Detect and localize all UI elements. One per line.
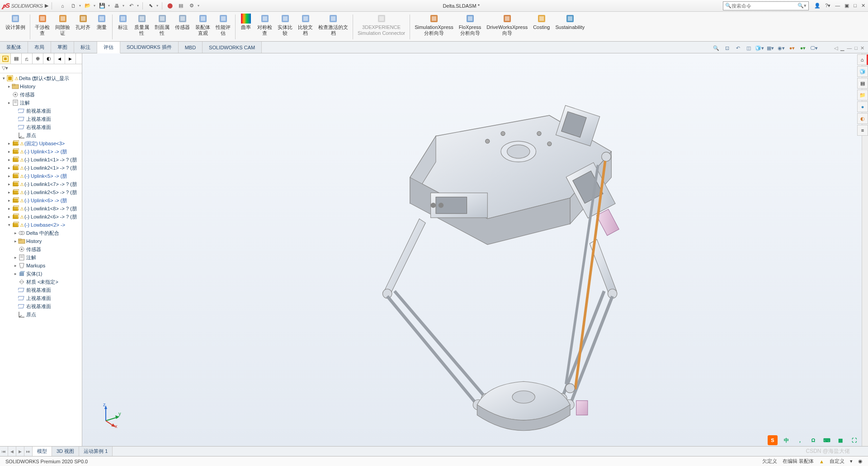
mdi-prev-icon[interactable]: ◁ (834, 45, 838, 51)
ime-lang-icon[interactable]: 中 (781, 435, 791, 445)
cmdtab-sketch[interactable]: 草图 (51, 42, 74, 53)
taskpane-home-icon[interactable]: ⌂ (857, 54, 868, 65)
taskpane-custom-icon[interactable]: ≡ (857, 125, 868, 136)
cmdtab-assembly[interactable]: 装配体 (0, 42, 28, 53)
tree-item[interactable]: ▸实体(1) (0, 270, 82, 278)
ribbon-design-study[interactable]: 设计算例 (3, 13, 28, 41)
ribbon-dwx[interactable]: DriveWorksXpress 向导 (484, 13, 530, 41)
ime-punct-icon[interactable]: ， (795, 435, 805, 445)
ribbon-measure[interactable]: 测量 (93, 13, 110, 41)
tree-item[interactable]: 右视基准面 (0, 123, 82, 131)
btab-prev-icon[interactable]: ◀ (8, 447, 16, 456)
prev-view-icon[interactable]: ↶ (733, 43, 742, 52)
ribbon-sustain[interactable]: Sustainability (552, 13, 587, 41)
print-icon[interactable]: 🖶 (113, 2, 121, 10)
tree-item[interactable]: ▸Markups (0, 262, 82, 270)
taskpane-view-icon[interactable]: ● (857, 101, 868, 112)
ribbon-sensor[interactable]: 传感器 (172, 13, 193, 41)
btab-motion[interactable]: 运动算例 1 (79, 447, 113, 456)
ribbon-interference[interactable]: 干涉检 查 (32, 13, 52, 41)
taskpane-appearance-icon[interactable]: ◐ (857, 113, 868, 124)
tree-item[interactable]: 传感器 (0, 245, 82, 253)
cmdtab-addins[interactable]: SOLIDWORKS 插件 (120, 42, 179, 53)
mdi-max-icon[interactable]: □ (854, 45, 858, 51)
zoom-area-icon[interactable]: ⊡ (722, 43, 731, 52)
ime-expand-icon[interactable]: ⛶ (849, 435, 859, 445)
search-input[interactable] (731, 3, 797, 9)
tree-item[interactable]: ▸⚠(-) Lowlink2<1> -> ? (朋 (0, 164, 82, 172)
tree-item[interactable]: ▸注解 (0, 99, 82, 107)
tree-item[interactable]: 右视基准面 (0, 302, 82, 310)
section-view-icon[interactable]: ◫ (744, 43, 753, 52)
tree-filter[interactable]: ▽▾ (0, 64, 82, 73)
tree-item[interactable]: ▸Delta 中的配合 (0, 229, 82, 237)
user-icon[interactable]: 👤 (814, 3, 821, 9)
ribbon-compare-docs[interactable]: 比较文 档 (295, 13, 316, 41)
btab-last-icon[interactable]: ⏭ (24, 447, 33, 456)
tree-item[interactable]: 原点 (0, 131, 82, 139)
graphics-viewport[interactable]: z y x (82, 53, 862, 446)
ribbon-perf-eval[interactable]: 性能评 估 (213, 13, 233, 41)
ribbon-assembly-vis[interactable]: 装配体 直观 (193, 13, 213, 41)
ribbon-mass-props[interactable]: 质量属 性 (132, 13, 152, 41)
tree-item[interactable]: ▸⚠(-) Lowlink2<5> -> ? (朋 (0, 188, 82, 196)
view-settings-icon[interactable]: 🖵▾ (809, 43, 818, 52)
dimxpert-tab[interactable]: ⊕ (33, 53, 43, 64)
mdi-restore-icon[interactable]: — (847, 45, 852, 51)
search-dropdown-icon[interactable]: 🔍▾ (797, 3, 807, 9)
help-icon[interactable]: ?▾ (825, 3, 830, 9)
cmdtab-cam[interactable]: SOLIDWORKS CAM (203, 42, 262, 53)
taskpane-resources-icon[interactable]: 🧊 (857, 66, 868, 77)
maximize-icon[interactable]: □ (854, 3, 857, 9)
ribbon-markup[interactable]: 标注 (114, 13, 132, 41)
tab-nav-left[interactable]: ◀ (54, 53, 65, 64)
taskpane-library-icon[interactable]: ▤ (857, 78, 868, 89)
hide-show-icon[interactable]: ◉▾ (777, 43, 786, 52)
tree-item[interactable]: ▸⚠(-) Lowlink1<7> -> ? (朋 (0, 180, 82, 188)
tree-item[interactable]: ▸⚠(-) Lowlink2<6> -> ? (朋 (0, 213, 82, 221)
cmdtab-annotate[interactable]: 标注 (74, 42, 97, 53)
status-custom[interactable]: 自定义 (830, 458, 844, 465)
close-icon[interactable]: ✕ (861, 3, 865, 9)
tree-item[interactable]: ▾⚠(-) Lowbase<2> -> (0, 221, 82, 229)
status-widget-icon[interactable]: ◉ (858, 458, 863, 464)
taskpane-explorer-icon[interactable]: 📁 (857, 90, 868, 100)
view-orient-icon[interactable]: 🧊▾ (755, 43, 764, 52)
ime-logo-icon[interactable]: S (768, 435, 778, 445)
tree-item[interactable]: ▸⚠(-) Uplink<1> -> (朋 (0, 147, 82, 156)
ribbon-section-props[interactable]: 剖面属 性 (152, 13, 172, 41)
apply-scene-icon[interactable]: ●▾ (798, 43, 807, 52)
search-command[interactable]: 🔍 🔍▾ (723, 1, 809, 10)
tree-item[interactable]: ▸History (0, 82, 82, 90)
tree-root[interactable]: ▾⚠Delta (默认<默认_显示 (0, 74, 82, 82)
cmdtab-mbd[interactable]: MBD (179, 42, 203, 53)
edit-appearance-icon[interactable]: ●▾ (788, 43, 797, 52)
tree-item[interactable]: ▸⚠(-) Lowlink1<1> -> ? (朋 (0, 156, 82, 164)
tree-item[interactable]: 前视基准面 (0, 107, 82, 115)
tree-item[interactable]: ▸⚠(固定) Upbase<3> (0, 139, 82, 147)
btab-next-icon[interactable]: ▶ (16, 447, 24, 456)
status-rebuild-icon[interactable]: ▲ (819, 459, 824, 464)
tree-item[interactable]: ▸⚠(-) Lowlink1<8> -> ? (朋 (0, 204, 82, 213)
tree-item[interactable]: 上视基准面 (0, 115, 82, 123)
display-style-icon[interactable]: ▦▾ (766, 43, 775, 52)
cmdtab-evaluate[interactable]: 评估 (97, 42, 120, 53)
select-icon[interactable]: ⬉ (146, 2, 155, 10)
tree-item[interactable]: 原点 (0, 310, 82, 319)
options-list-icon[interactable]: ▤ (177, 2, 185, 10)
tree-item[interactable]: 传感器 (0, 90, 82, 99)
config-manager-tab[interactable]: ⎌ (22, 53, 33, 64)
tree-item[interactable]: 前视基准面 (0, 286, 82, 294)
tree-item[interactable]: 材质 <未指定> (0, 278, 82, 286)
open-icon[interactable]: 📂 (84, 2, 92, 10)
undo-icon[interactable]: ↶ (127, 2, 135, 10)
ribbon-compare-bodies[interactable]: 实体比 较 (275, 13, 295, 41)
minimize-icon[interactable]: — (835, 3, 840, 9)
tree-item[interactable]: ▸⚠(-) Uplink<5> -> (朋 (0, 172, 82, 180)
ime-skin-icon[interactable]: ▦ (835, 435, 845, 445)
display-manager-tab[interactable]: ◐ (43, 53, 54, 64)
new-icon[interactable]: 🗋 (69, 2, 77, 10)
cmdtab-layout[interactable]: 布局 (28, 42, 51, 53)
ribbon-curvature[interactable]: 曲率 (237, 13, 255, 41)
feature-tree[interactable]: ▾⚠Delta (默认<默认_显示▸History传感器▸注解前视基准面上视基准… (0, 73, 82, 446)
